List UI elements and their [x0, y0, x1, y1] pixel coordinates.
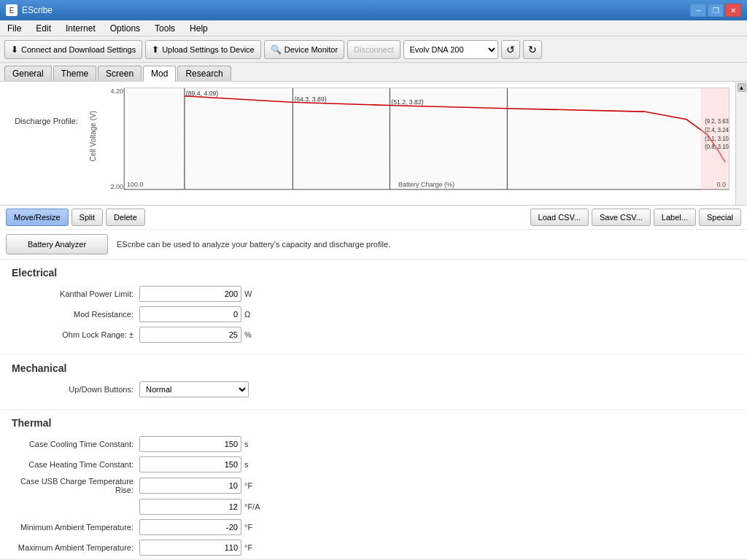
- svg-text:(0.8, 3.10): (0.8, 3.10): [705, 144, 729, 150]
- updown-select[interactable]: Normal Reversed Disabled: [139, 381, 249, 397]
- usb-charge-temp-input[interactable]: [139, 478, 241, 494]
- case-cooling-unit: s: [244, 440, 266, 448]
- updown-label: Up/Down Buttons:: [12, 385, 139, 394]
- max-ambient-label: Maximum Ambient Temperature:: [12, 543, 139, 552]
- electrical-title: Electrical: [12, 267, 735, 279]
- kanthal-power-unit: W: [244, 289, 266, 298]
- connect-label: Connect and Download Settings: [21, 45, 136, 54]
- electrical-section: Electrical Kanthal Power Limit: W Mod Re…: [0, 260, 747, 355]
- undo-button[interactable]: ↺: [501, 40, 520, 59]
- battery-analyzer-button[interactable]: Battery Analyzer: [6, 234, 108, 254]
- max-ambient-input[interactable]: [139, 540, 241, 556]
- upload-settings-button[interactable]: ⬆ Upload Settings to Device: [145, 40, 261, 59]
- chart-plot[interactable]: (89.4, 4.09) (64.3, 3.89) (51.2, 3.82) (…: [123, 88, 729, 190]
- toolbar: ⬇ Connect and Download Settings ⬆ Upload…: [0, 36, 747, 63]
- usb-charge-temp-unit: °F: [244, 481, 266, 490]
- special-button[interactable]: Special: [699, 209, 741, 226]
- mod-resistance-unit: Ω: [244, 310, 266, 319]
- load-csv-button[interactable]: Load CSV...: [530, 209, 589, 226]
- move-resize-button[interactable]: Move/Resize: [6, 209, 69, 226]
- chart-x-labels: 100.0 Battery Charge (%) 0.0: [124, 181, 729, 188]
- mod-resistance-label: Mod Resistance:: [12, 310, 139, 319]
- svg-text:(2.4, 3.24): (2.4, 3.24): [705, 127, 729, 133]
- save-csv-button[interactable]: Save CSV...: [592, 209, 651, 226]
- split-button[interactable]: Split: [71, 209, 103, 226]
- upload-icon: ⬆: [152, 44, 159, 55]
- battery-analyzer-bar: Battery Analyzer EScribe can be used to …: [0, 230, 747, 260]
- minimize-button[interactable]: ─: [690, 4, 706, 17]
- connect-download-button[interactable]: ⬇ Connect and Download Settings: [4, 40, 142, 59]
- case-cooling-input[interactable]: [139, 436, 241, 452]
- case-heating-input[interactable]: [139, 456, 241, 472]
- usb-charge-temp-label: Case USB Charge Temperature Rise:: [12, 477, 139, 494]
- title-bar-controls: ─ ❐ ✕: [690, 4, 741, 17]
- usb-charge-rate-input[interactable]: [139, 499, 241, 515]
- kanthal-power-input[interactable]: [139, 286, 241, 302]
- tab-mod[interactable]: Mod: [143, 66, 176, 82]
- menu-options[interactable]: Options: [106, 23, 144, 34]
- delete-button[interactable]: Delete: [106, 209, 145, 226]
- battery-analyzer-description: EScribe can be used to analyze your batt…: [117, 240, 390, 249]
- device-monitor-button[interactable]: 🔍 Device Monitor: [264, 40, 344, 59]
- case-heating-unit: s: [244, 460, 266, 469]
- min-ambient-label: Minimum Ambient Temperature:: [12, 523, 139, 532]
- svg-text:(89.4, 4.09): (89.4, 4.09): [186, 89, 218, 97]
- x-right-label: 0.0: [716, 181, 726, 188]
- chart-area: Discharge Profile: Cell Voltage (V) 4.20…: [0, 82, 747, 206]
- monitor-label: Device Monitor: [285, 45, 338, 54]
- max-ambient-row: Maximum Ambient Temperature: °F: [12, 540, 735, 556]
- discharge-profile-label: Discharge Profile:: [3, 117, 81, 125]
- min-ambient-input[interactable]: [139, 519, 241, 535]
- case-cooling-row: Case Cooling Time Constant: s: [12, 436, 735, 452]
- chart-controls: Move/Resize Split Delete Load CSV... Sav…: [0, 206, 747, 230]
- mechanical-section: Mechanical Up/Down Buttons: Normal Rever…: [0, 355, 747, 410]
- kanthal-power-row: Kanthal Power Limit: W: [12, 286, 735, 302]
- mod-resistance-input[interactable]: [139, 306, 241, 322]
- chart-scrollbar[interactable]: ▲: [735, 82, 747, 205]
- tab-research[interactable]: Research: [177, 66, 231, 81]
- title-bar: E EScribe ─ ❐ ✕: [0, 0, 747, 20]
- tab-general[interactable]: General: [4, 66, 52, 81]
- x-left-label: 100.0: [127, 181, 144, 188]
- case-heating-row: Case Heating Time Constant: s: [12, 456, 735, 472]
- scroll-up[interactable]: ▲: [738, 83, 746, 92]
- tab-screen[interactable]: Screen: [98, 66, 142, 81]
- redo-icon: ↻: [528, 44, 537, 55]
- restore-button[interactable]: ❐: [708, 4, 724, 17]
- close-button[interactable]: ✕: [725, 4, 741, 17]
- usb-charge-rate-row: °F/A: [12, 499, 735, 515]
- redo-button[interactable]: ↻: [523, 40, 542, 59]
- menu-edit[interactable]: Edit: [31, 23, 55, 34]
- y-max-label: 4.20: [110, 88, 123, 95]
- main-content: Discharge Profile: Cell Voltage (V) 4.20…: [0, 82, 747, 559]
- menu-help[interactable]: Help: [185, 23, 212, 34]
- ohm-lock-input[interactable]: [139, 327, 241, 343]
- title-bar-left: E EScribe: [6, 4, 53, 16]
- upload-label: Upload Settings to Device: [162, 45, 255, 54]
- menu-file[interactable]: File: [3, 23, 26, 34]
- y-mid-label: 2.00: [110, 183, 123, 190]
- svg-text:(1.1, 3.10): (1.1, 3.10): [705, 135, 729, 141]
- chart-btn-group-left: Move/Resize Split Delete: [6, 209, 145, 226]
- thermal-title: Thermal: [12, 417, 735, 429]
- case-cooling-label: Case Cooling Time Constant:: [12, 440, 139, 448]
- svg-text:(51.2, 3.82): (51.2, 3.82): [391, 98, 423, 106]
- max-ambient-unit: °F: [244, 543, 266, 552]
- updown-buttons-row: Up/Down Buttons: Normal Reversed Disable…: [12, 381, 735, 397]
- chart-svg: (89.4, 4.09) (64.3, 3.89) (51.2, 3.82) (…: [124, 88, 729, 190]
- svg-text:(64.3, 3.89): (64.3, 3.89): [294, 96, 326, 104]
- disconnect-button[interactable]: Disconnect: [347, 40, 400, 59]
- monitor-icon: 🔍: [271, 44, 282, 55]
- menu-tools[interactable]: Tools: [150, 23, 179, 34]
- menu-internet[interactable]: Internet: [61, 23, 100, 34]
- mechanical-title: Mechanical: [12, 362, 735, 374]
- device-selector[interactable]: Evolv DNA 200: [403, 40, 498, 59]
- tab-theme[interactable]: Theme: [53, 66, 96, 81]
- undo-icon: ↺: [506, 44, 515, 55]
- connect-icon: ⬇: [11, 44, 18, 55]
- chart-btn-group-right: Load CSV... Save CSV... Label... Special: [530, 209, 741, 226]
- svg-text:(9.2, 3.63): (9.2, 3.63): [705, 118, 729, 125]
- label-button[interactable]: Label...: [654, 209, 696, 226]
- mod-resistance-row: Mod Resistance: Ω: [12, 306, 735, 322]
- chart-left: Discharge Profile:: [0, 82, 84, 205]
